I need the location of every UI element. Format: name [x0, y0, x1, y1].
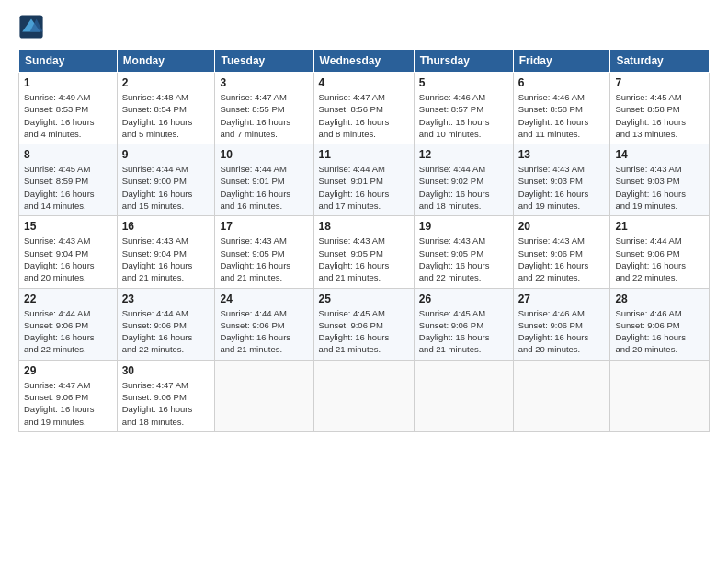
day-number: 2 [122, 76, 210, 89]
day-number: 26 [419, 293, 508, 305]
day-number: 4 [319, 76, 409, 89]
day-number: 29 [24, 364, 112, 377]
week-row-1: 1Sunrise: 4:49 AM Sunset: 8:53 PM Daylig… [19, 73, 710, 144]
day-number: 20 [518, 220, 606, 233]
day-cell: 11Sunrise: 4:44 AM Sunset: 9:01 PM Dayli… [313, 144, 414, 216]
day-cell: 30Sunrise: 4:47 AM Sunset: 9:06 PM Dayli… [117, 360, 215, 431]
day-cell [610, 360, 710, 431]
day-info: Sunrise: 4:47 AM Sunset: 9:06 PM Dayligh… [122, 379, 210, 428]
day-cell: 22Sunrise: 4:44 AM Sunset: 9:06 PM Dayli… [19, 288, 118, 360]
logo [18, 14, 48, 40]
day-info: Sunrise: 4:44 AM Sunset: 9:02 PM Dayligh… [419, 163, 508, 212]
day-cell: 29Sunrise: 4:47 AM Sunset: 9:06 PM Dayli… [19, 360, 118, 431]
day-number: 21 [615, 220, 704, 233]
dow-friday: Friday [513, 50, 610, 73]
dow-sunday: Sunday [19, 50, 118, 73]
day-info: Sunrise: 4:45 AM Sunset: 9:06 PM Dayligh… [319, 307, 409, 356]
day-info: Sunrise: 4:43 AM Sunset: 9:06 PM Dayligh… [518, 235, 606, 283]
header-row [18, 14, 710, 40]
week-row-4: 22Sunrise: 4:44 AM Sunset: 9:06 PM Dayli… [19, 288, 710, 360]
week-row-5: 29Sunrise: 4:47 AM Sunset: 9:06 PM Dayli… [19, 360, 710, 431]
day-info: Sunrise: 4:43 AM Sunset: 9:04 PM Dayligh… [122, 235, 210, 283]
day-info: Sunrise: 4:43 AM Sunset: 9:03 PM Dayligh… [518, 163, 606, 212]
day-cell: 25Sunrise: 4:45 AM Sunset: 9:06 PM Dayli… [313, 288, 414, 360]
day-cell: 5Sunrise: 4:46 AM Sunset: 8:57 PM Daylig… [414, 73, 513, 144]
day-number: 13 [518, 148, 606, 161]
day-info: Sunrise: 4:47 AM Sunset: 8:56 PM Dayligh… [319, 91, 409, 140]
day-cell [215, 360, 313, 431]
day-cell: 23Sunrise: 4:44 AM Sunset: 9:06 PM Dayli… [117, 288, 215, 360]
day-number: 30 [122, 364, 210, 377]
day-cell: 24Sunrise: 4:44 AM Sunset: 9:06 PM Dayli… [215, 288, 313, 360]
dow-monday: Monday [117, 50, 215, 73]
day-number: 18 [319, 220, 409, 233]
day-cell: 12Sunrise: 4:44 AM Sunset: 9:02 PM Dayli… [414, 144, 513, 216]
calendar-page: SundayMondayTuesdayWednesdayThursdayFrid… [0, 0, 728, 563]
day-info: Sunrise: 4:46 AM Sunset: 9:06 PM Dayligh… [615, 307, 704, 356]
days-of-week-header: SundayMondayTuesdayWednesdayThursdayFrid… [19, 50, 710, 73]
day-cell: 3Sunrise: 4:47 AM Sunset: 8:55 PM Daylig… [215, 73, 313, 144]
day-info: Sunrise: 4:43 AM Sunset: 9:05 PM Dayligh… [419, 235, 508, 283]
day-number: 9 [122, 148, 210, 161]
day-cell: 19Sunrise: 4:43 AM Sunset: 9:05 PM Dayli… [414, 216, 513, 288]
dow-saturday: Saturday [610, 50, 710, 73]
dow-thursday: Thursday [414, 50, 513, 73]
day-cell: 21Sunrise: 4:44 AM Sunset: 9:06 PM Dayli… [610, 216, 710, 288]
day-cell: 4Sunrise: 4:47 AM Sunset: 8:56 PM Daylig… [313, 73, 414, 144]
day-info: Sunrise: 4:44 AM Sunset: 9:06 PM Dayligh… [615, 235, 704, 283]
day-cell: 26Sunrise: 4:45 AM Sunset: 9:06 PM Dayli… [414, 288, 513, 360]
day-number: 3 [220, 76, 308, 89]
day-info: Sunrise: 4:45 AM Sunset: 8:59 PM Dayligh… [24, 163, 112, 212]
day-number: 16 [122, 220, 210, 233]
day-number: 27 [518, 293, 606, 305]
week-row-3: 15Sunrise: 4:43 AM Sunset: 9:04 PM Dayli… [19, 216, 710, 288]
day-cell: 8Sunrise: 4:45 AM Sunset: 8:59 PM Daylig… [19, 144, 118, 216]
day-info: Sunrise: 4:44 AM Sunset: 9:01 PM Dayligh… [220, 163, 308, 212]
calendar-table: SundayMondayTuesdayWednesdayThursdayFrid… [18, 49, 710, 432]
day-number: 15 [24, 220, 112, 233]
day-cell: 17Sunrise: 4:43 AM Sunset: 9:05 PM Dayli… [215, 216, 313, 288]
day-cell: 2Sunrise: 4:48 AM Sunset: 8:54 PM Daylig… [117, 73, 215, 144]
day-number: 25 [319, 293, 409, 305]
day-cell [513, 360, 610, 431]
calendar-body: 1Sunrise: 4:49 AM Sunset: 8:53 PM Daylig… [19, 73, 710, 432]
dow-tuesday: Tuesday [215, 50, 313, 73]
dow-wednesday: Wednesday [313, 50, 414, 73]
day-info: Sunrise: 4:44 AM Sunset: 9:01 PM Dayligh… [319, 163, 409, 212]
day-cell: 18Sunrise: 4:43 AM Sunset: 9:05 PM Dayli… [313, 216, 414, 288]
day-info: Sunrise: 4:48 AM Sunset: 8:54 PM Dayligh… [122, 91, 210, 140]
day-cell: 7Sunrise: 4:45 AM Sunset: 8:58 PM Daylig… [610, 73, 710, 144]
day-info: Sunrise: 4:43 AM Sunset: 9:05 PM Dayligh… [220, 235, 308, 283]
day-cell: 6Sunrise: 4:46 AM Sunset: 8:58 PM Daylig… [513, 73, 610, 144]
day-cell: 10Sunrise: 4:44 AM Sunset: 9:01 PM Dayli… [215, 144, 313, 216]
day-cell: 20Sunrise: 4:43 AM Sunset: 9:06 PM Dayli… [513, 216, 610, 288]
day-info: Sunrise: 4:44 AM Sunset: 9:06 PM Dayligh… [220, 307, 308, 356]
day-cell: 13Sunrise: 4:43 AM Sunset: 9:03 PM Dayli… [513, 144, 610, 216]
day-info: Sunrise: 4:46 AM Sunset: 8:58 PM Dayligh… [518, 91, 606, 140]
day-number: 19 [419, 220, 508, 233]
day-number: 12 [419, 148, 508, 161]
day-info: Sunrise: 4:45 AM Sunset: 9:06 PM Dayligh… [419, 307, 508, 356]
day-number: 17 [220, 220, 308, 233]
day-cell: 14Sunrise: 4:43 AM Sunset: 9:03 PM Dayli… [610, 144, 710, 216]
week-row-2: 8Sunrise: 4:45 AM Sunset: 8:59 PM Daylig… [19, 144, 710, 216]
day-info: Sunrise: 4:43 AM Sunset: 9:05 PM Dayligh… [319, 235, 409, 283]
day-number: 6 [518, 76, 606, 89]
day-info: Sunrise: 4:43 AM Sunset: 9:03 PM Dayligh… [615, 163, 704, 212]
day-info: Sunrise: 4:44 AM Sunset: 9:00 PM Dayligh… [122, 163, 210, 212]
day-number: 23 [122, 293, 210, 305]
day-cell: 28Sunrise: 4:46 AM Sunset: 9:06 PM Dayli… [610, 288, 710, 360]
day-cell [414, 360, 513, 431]
day-cell: 16Sunrise: 4:43 AM Sunset: 9:04 PM Dayli… [117, 216, 215, 288]
day-info: Sunrise: 4:47 AM Sunset: 8:55 PM Dayligh… [220, 91, 308, 140]
day-number: 5 [419, 76, 508, 89]
day-cell: 15Sunrise: 4:43 AM Sunset: 9:04 PM Dayli… [19, 216, 118, 288]
day-info: Sunrise: 4:46 AM Sunset: 9:06 PM Dayligh… [518, 307, 606, 356]
day-cell: 27Sunrise: 4:46 AM Sunset: 9:06 PM Dayli… [513, 288, 610, 360]
day-info: Sunrise: 4:45 AM Sunset: 8:58 PM Dayligh… [615, 91, 704, 140]
day-number: 11 [319, 148, 409, 161]
day-number: 7 [615, 76, 704, 89]
day-info: Sunrise: 4:46 AM Sunset: 8:57 PM Dayligh… [419, 91, 508, 140]
day-number: 22 [24, 293, 112, 305]
day-cell: 9Sunrise: 4:44 AM Sunset: 9:00 PM Daylig… [117, 144, 215, 216]
